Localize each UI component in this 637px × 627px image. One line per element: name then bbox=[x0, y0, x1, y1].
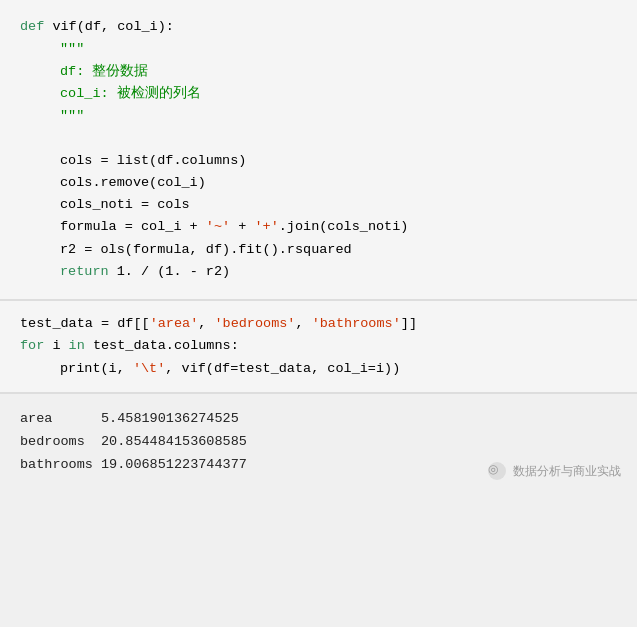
code-block-2: test_data = df[['area', 'bedrooms', 'bat… bbox=[0, 301, 637, 394]
code-line-test2: for i in test_data.columns: bbox=[20, 335, 617, 357]
code-print-2: , vif(df=test_data, col_i=i)) bbox=[165, 361, 400, 376]
docstring-close: """ bbox=[60, 108, 84, 123]
code-formula-3: .join(cols_noti) bbox=[279, 219, 409, 234]
code-r2: r2 = ols(formula, df).fit().rsquared bbox=[60, 242, 352, 257]
watermark-text: 数据分析与商业实战 bbox=[513, 464, 621, 478]
code-line-test1: test_data = df[['area', 'bedrooms', 'bat… bbox=[20, 313, 617, 335]
watermark-icon: ◎ bbox=[488, 462, 506, 480]
output-label-area: area 5.458190136274525 bbox=[20, 411, 239, 426]
code-block-1: def vif(df, col_i): """ df: 整份数据 col_i: … bbox=[0, 0, 637, 301]
comma1: , bbox=[198, 316, 214, 331]
output-block: area 5.458190136274525 bedrooms 20.85448… bbox=[0, 394, 637, 491]
str-bathrooms: 'bathrooms' bbox=[312, 316, 401, 331]
str-plus: '+' bbox=[254, 219, 278, 234]
str-bedrooms: 'bedrooms' bbox=[214, 316, 295, 331]
keyword-return: return bbox=[60, 264, 117, 279]
keyword-for: for bbox=[20, 338, 52, 353]
code-testdata: test_data = df[[ bbox=[20, 316, 150, 331]
code-line-7: cols = list(df.columns) bbox=[20, 150, 617, 172]
str-tilde: '~' bbox=[206, 219, 230, 234]
output-label-bathrooms: bathrooms 19.006851223744377 bbox=[20, 457, 247, 472]
code-cols-list: cols = list(df.columns) bbox=[60, 153, 246, 168]
watermark: ◎ 数据分析与商业实战 bbox=[488, 463, 621, 481]
func-name: vif(df, col_i): bbox=[52, 19, 174, 34]
comma2: , bbox=[295, 316, 311, 331]
bracket-close: ]] bbox=[401, 316, 417, 331]
code-for-stmt: i bbox=[52, 338, 68, 353]
code-for-iter: test_data.columns: bbox=[93, 338, 239, 353]
code-return-val: 1. / (1. - r2) bbox=[117, 264, 230, 279]
code-line-2: """ bbox=[20, 38, 617, 60]
code-formula-2: + bbox=[230, 219, 254, 234]
docstring-open: """ bbox=[60, 41, 84, 56]
code-line-3: df: 整份数据 bbox=[20, 61, 617, 83]
keyword-in: in bbox=[69, 338, 93, 353]
code-cols-noti: cols_noti = cols bbox=[60, 197, 190, 212]
code-print: print(i, bbox=[60, 361, 133, 376]
code-line-11: r2 = ols(formula, df).fit().rsquared bbox=[20, 239, 617, 261]
code-line-10: formula = col_i + '~' + '+'.join(cols_no… bbox=[20, 216, 617, 238]
code-cols-remove: cols.remove(col_i) bbox=[60, 175, 206, 190]
keyword-def: def bbox=[20, 19, 52, 34]
code-line-1: def vif(df, col_i): bbox=[20, 16, 617, 38]
output-row-bedrooms: bedrooms 20.854484153608585 bbox=[20, 431, 617, 454]
code-line-5: """ bbox=[20, 105, 617, 127]
code-formula: formula = col_i + bbox=[60, 219, 206, 234]
code-line-12: return 1. / (1. - r2) bbox=[20, 261, 617, 283]
str-tab: '\t' bbox=[133, 361, 165, 376]
output-label-bedrooms: bedrooms 20.854484153608585 bbox=[20, 434, 247, 449]
code-line-8: cols.remove(col_i) bbox=[20, 172, 617, 194]
code-line-test3: print(i, '\t', vif(df=test_data, col_i=i… bbox=[20, 358, 617, 380]
code-line-4: col_i: 被检测的列名 bbox=[20, 83, 617, 105]
docstring-df: df: 整份数据 bbox=[60, 64, 148, 79]
code-line-9: cols_noti = cols bbox=[20, 194, 617, 216]
output-row-area: area 5.458190136274525 bbox=[20, 408, 617, 431]
code-line-blank bbox=[20, 127, 617, 149]
docstring-coli: col_i: 被检测的列名 bbox=[60, 86, 201, 101]
str-area: 'area' bbox=[150, 316, 199, 331]
